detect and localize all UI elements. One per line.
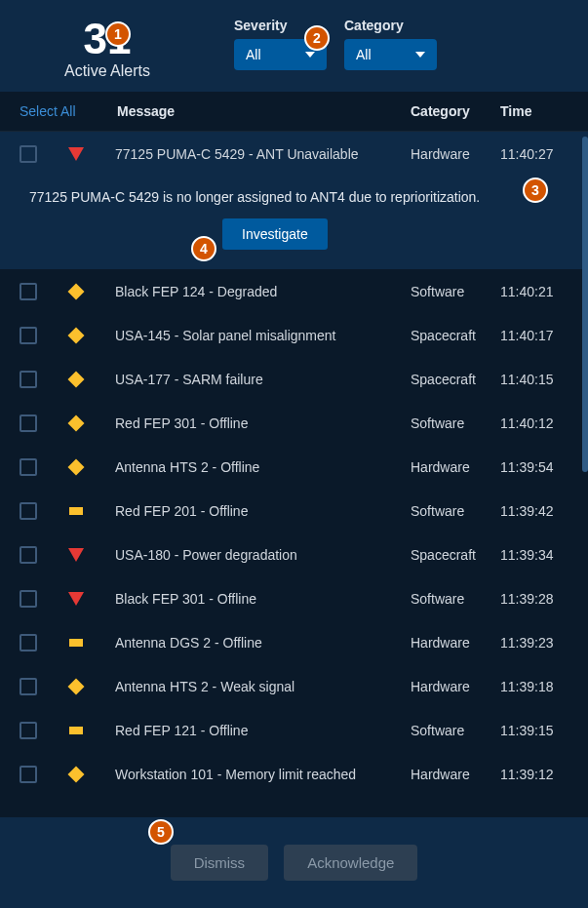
alert-message: Antenna HTS 2 - Offline [115,459,411,475]
alert-row[interactable]: USA-177 - SARM failureSpacecraft11:40:15 [0,357,588,401]
column-header-category: Category [411,103,500,119]
severity-icon [68,372,84,387]
header: 31 Active Alerts Severity All Category A… [0,0,588,92]
annotation-badge-4: 4 [191,236,216,261]
alert-checkbox[interactable] [20,283,37,300]
alerts-list: 77125 PUMA-C 5429 - ANT UnavailableHardw… [0,132,588,787]
alert-category: Hardware [411,146,500,162]
column-header-message: Message [117,103,411,119]
severity-icon [68,635,84,651]
alert-time: 11:39:54 [500,459,568,475]
alert-time: 11:39:15 [500,723,568,738]
severity-icon [68,328,84,343]
alert-time: 11:40:21 [500,284,568,299]
alert-row[interactable]: Antenna HTS 2 - OfflineHardware11:39:54 [0,445,588,489]
severity-icon [68,459,84,475]
alert-message: Workstation 101 - Memory limit reached [115,767,411,782]
alert-row[interactable]: Antenna DGS 2 - OfflineHardware11:39:23 [0,620,588,664]
serious-icon [68,458,85,475]
alert-category: Software [411,503,500,519]
alert-category: Software [411,284,500,299]
serious-icon [68,678,85,694]
alert-time: 11:39:23 [500,635,568,651]
caution-icon [69,507,83,515]
dismiss-button[interactable]: Dismiss [171,845,269,881]
chevron-down-icon [415,52,425,58]
investigate-button[interactable]: Investigate [222,218,328,250]
alert-count-label: Active Alerts [20,62,195,80]
severity-icon [68,547,84,563]
scrollbar[interactable] [582,137,588,472]
critical-icon [68,592,84,606]
alert-row[interactable]: Black FEP 301 - OfflineSoftware11:39:28 [0,576,588,620]
alert-time: 11:40:12 [500,415,568,431]
alert-message: Red FEP 201 - Offline [115,503,411,519]
alert-row[interactable]: USA-145 - Solar panel misalignmentSpacec… [0,313,588,357]
alert-time: 11:39:18 [500,679,568,694]
alert-row[interactable]: Red FEP 301 - OfflineSoftware11:40:12 [0,401,588,445]
alert-message: 77125 PUMA-C 5429 - ANT Unavailable [115,146,411,162]
annotation-badge-3: 3 [523,178,548,203]
severity-icon [68,415,84,431]
alert-checkbox[interactable] [20,327,37,344]
caution-icon [69,727,83,734]
alert-category: Software [411,591,500,607]
chevron-down-icon [305,52,315,58]
category-dropdown[interactable]: All [344,39,437,70]
serious-icon [68,415,85,431]
alert-category: Hardware [411,635,500,651]
alert-checkbox[interactable] [20,678,37,695]
alert-row[interactable]: Workstation 101 - Memory limit reachedHa… [0,752,588,787]
alert-checkbox[interactable] [20,590,37,608]
severity-icon [68,284,84,299]
alert-checkbox[interactable] [20,502,37,520]
alert-time: 11:39:34 [500,547,568,563]
annotation-badge-5: 5 [148,819,174,845]
alert-row[interactable]: Red FEP 201 - OfflineSoftware11:39:42 [0,489,588,533]
alert-detail-text: 77125 PUMA-C 5429 is no longer assigned … [29,189,559,205]
alert-row[interactable]: Antenna HTS 2 - Weak signalHardware11:39… [0,664,588,708]
alert-checkbox[interactable] [20,634,37,651]
annotation-badge-2: 2 [304,25,330,51]
alert-message: Black FEP 301 - Offline [115,591,411,607]
serious-icon [68,283,85,299]
serious-icon [68,371,85,387]
alert-category: Spacecraft [411,328,500,343]
alert-row[interactable]: Red FEP 121 - OfflineSoftware11:39:15 [0,708,588,752]
category-filter-label: Category [344,18,437,33]
table-header: Select All Message Category Time [0,92,588,132]
alert-category: Software [411,723,500,738]
severity-icon [68,767,84,782]
alert-message: Red FEP 301 - Offline [115,415,411,431]
alert-checkbox[interactable] [20,371,37,388]
alert-checkbox[interactable] [20,722,37,739]
alert-checkbox[interactable] [20,546,37,564]
alert-category: Software [411,415,500,431]
alert-message: Black FEP 124 - Degraded [115,284,411,299]
category-dropdown-value: All [356,47,372,62]
alert-checkbox[interactable] [20,145,37,163]
alert-checkbox[interactable] [20,415,37,432]
alert-message: USA-180 - Power degradation [115,547,411,563]
critical-icon [68,548,84,562]
alert-time: 11:40:15 [500,372,568,387]
critical-icon [68,147,84,161]
column-header-time: Time [500,103,568,119]
severity-icon [68,503,84,519]
annotation-badge-1: 1 [105,21,131,47]
alert-checkbox[interactable] [20,458,37,476]
alert-checkbox[interactable] [20,766,37,783]
select-all-link[interactable]: Select All [20,103,117,119]
alert-row[interactable]: 77125 PUMA-C 5429 - ANT UnavailableHardw… [0,132,588,176]
severity-icon [68,146,84,162]
alert-row[interactable]: Black FEP 124 - DegradedSoftware11:40:21 [0,269,588,313]
alert-expanded-detail: 77125 PUMA-C 5429 is no longer assigned … [0,176,588,269]
alert-category: Hardware [411,459,500,475]
alert-row[interactable]: USA-180 - Power degradationSpacecraft11:… [0,533,588,576]
alert-message: Antenna HTS 2 - Weak signal [115,679,411,694]
alert-category: Spacecraft [411,372,500,387]
alert-category: Hardware [411,767,500,782]
alert-time: 11:40:27 [500,146,568,162]
serious-icon [68,327,85,343]
acknowledge-button[interactable]: Acknowledge [284,845,417,881]
